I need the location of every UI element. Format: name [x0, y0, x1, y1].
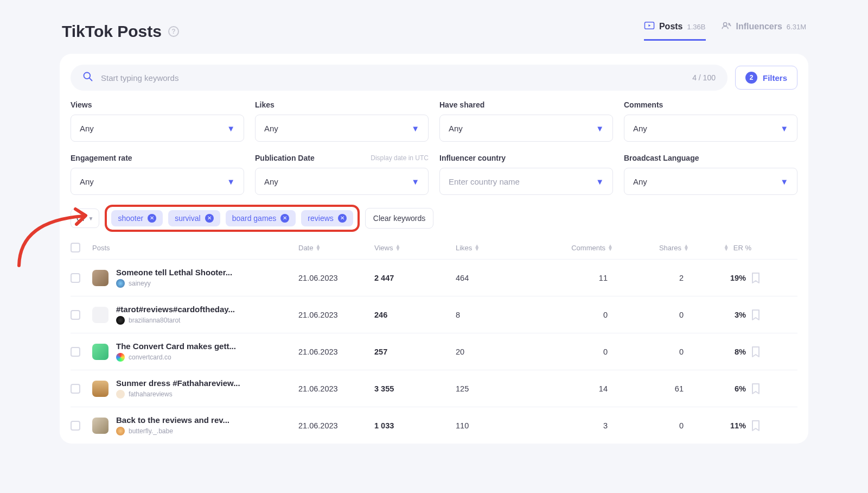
search-counter: 4 / 100 [692, 73, 716, 82]
chip-remove-icon[interactable]: ✕ [280, 214, 289, 223]
cell-date: 21.06.2023 [298, 384, 374, 393]
chip-label: board games [232, 214, 277, 223]
filter-select-engagement rate[interactable]: Any ▼ [71, 168, 244, 195]
filter-label: Likes [255, 100, 275, 109]
chevron-down-icon: ▼ [596, 124, 604, 133]
cell-er: 11% [689, 421, 751, 430]
clear-keywords-button[interactable]: Clear keywords [365, 208, 433, 229]
filter-label: Have shared [439, 100, 484, 109]
post-title: The Convert Card makes gett... [116, 342, 236, 351]
post-cell[interactable]: Sunmer dress #Fathahareview... fathahare… [92, 378, 298, 399]
filter-label: Broadcast Language [624, 154, 699, 162]
chevron-down-icon: ▼ [411, 124, 419, 133]
table-row: #tarot#reviews#cardoftheday... brazilian… [71, 296, 797, 333]
column-shares-header[interactable]: Shares▲▼ [613, 244, 689, 252]
filter-select-likes[interactable]: Any ▼ [255, 115, 429, 142]
post-cell[interactable]: The Convert Card makes gett... convertca… [92, 342, 298, 362]
chip-remove-icon[interactable]: ✕ [338, 214, 347, 223]
filter-select-comments[interactable]: Any ▼ [624, 115, 797, 142]
post-thumbnail [92, 418, 108, 434]
post-title: Back to the reviews and rev... [116, 415, 229, 425]
cell-likes: 125 [456, 384, 537, 393]
bookmark-button[interactable] [751, 383, 760, 394]
row-checkbox[interactable] [71, 273, 80, 283]
column-posts-header[interactable]: Posts [92, 244, 298, 252]
author-name: brazilianna80tarot [129, 317, 180, 324]
table-row: Sunmer dress #Fathahareview... fathahare… [71, 370, 797, 407]
tab-influencers[interactable]: Influencers 6.31M [721, 22, 807, 41]
cell-shares: 0 [613, 421, 689, 430]
cell-date: 21.06.2023 [298, 421, 374, 430]
search-box[interactable]: 4 / 100 [71, 65, 727, 91]
filter-select-publication date[interactable]: Any ▼ [255, 168, 429, 195]
chevron-down-icon: ▼ [88, 216, 94, 222]
table-row: The Convert Card makes gett... convertca… [71, 333, 797, 370]
logic-label: Or [76, 214, 85, 223]
chip-label: reviews [308, 214, 333, 223]
chip-remove-icon[interactable]: ✕ [205, 214, 214, 223]
cell-er: 3% [689, 311, 751, 319]
tab-posts[interactable]: Posts 1.36B [644, 22, 706, 41]
post-thumbnail [92, 270, 108, 286]
chip-remove-icon[interactable]: ✕ [148, 214, 156, 223]
cell-likes: 464 [456, 274, 537, 282]
cell-date: 21.06.2023 [298, 347, 374, 356]
cell-shares: 2 [613, 274, 689, 282]
filter-value: Enter country name [449, 177, 520, 186]
keyword-chip: reviews✕ [301, 210, 353, 226]
author-name: butterfly._.babe [129, 427, 173, 435]
post-cell[interactable]: Back to the reviews and rev... butterfly… [92, 415, 298, 435]
sort-icon: ▲▼ [474, 244, 480, 251]
bookmark-button[interactable] [751, 420, 760, 431]
author-avatar [116, 279, 125, 288]
row-checkbox[interactable] [71, 421, 80, 431]
filter-select-broadcast language[interactable]: Any ▼ [624, 168, 797, 195]
column-views-header[interactable]: Views▲▼ [374, 244, 456, 252]
filter-select-views[interactable]: Any ▼ [71, 115, 244, 142]
column-likes-header[interactable]: Likes▲▼ [456, 244, 537, 252]
search-input[interactable] [101, 73, 685, 83]
author-avatar [116, 427, 125, 435]
post-title: Someone tell Lethal Shooter... [116, 268, 232, 277]
post-title: #tarot#reviews#cardoftheday... [116, 305, 235, 314]
cell-comments: 0 [537, 311, 613, 319]
table-row: Back to the reviews and rev... butterfly… [71, 407, 797, 444]
search-icon [82, 71, 93, 84]
post-cell[interactable]: #tarot#reviews#cardoftheday... brazilian… [92, 305, 298, 325]
cell-comments: 0 [537, 347, 613, 356]
column-date-header[interactable]: Date▲▼ [298, 244, 374, 252]
column-comments-header[interactable]: Comments▲▼ [537, 244, 613, 252]
row-checkbox[interactable] [71, 310, 80, 320]
bookmark-button[interactable] [751, 346, 760, 357]
post-title: Sunmer dress #Fathahareview... [116, 378, 240, 388]
help-icon[interactable]: ? [168, 26, 179, 37]
filter-value: Any [264, 177, 278, 186]
filter-select-have shared[interactable]: Any ▼ [439, 115, 613, 142]
sort-icon: ▲▼ [608, 244, 613, 251]
svg-line-3 [90, 78, 92, 81]
filter-value: Any [633, 124, 647, 133]
filter-hint: Display date in UTC [371, 154, 429, 162]
filters-button[interactable]: 2 Filters [735, 66, 797, 90]
column-er-header[interactable]: ▲▼ER % [689, 244, 751, 252]
filter-label: Views [71, 100, 92, 109]
row-checkbox[interactable] [71, 384, 80, 394]
cell-comments: 3 [537, 421, 613, 430]
keyword-logic-select[interactable]: Or ▼ [71, 208, 99, 228]
bookmark-button[interactable] [751, 273, 760, 283]
filter-value: Any [80, 177, 94, 186]
cell-shares: 61 [613, 384, 689, 393]
keyword-chip: survival✕ [168, 210, 220, 226]
filter-label: Comments [624, 100, 663, 109]
sort-icon: ▲▼ [724, 244, 729, 251]
bookmark-button[interactable] [751, 309, 760, 320]
cell-views: 257 [374, 347, 456, 356]
filter-select-influencer country[interactable]: Enter country name ▼ [439, 168, 613, 195]
cell-er: 6% [689, 384, 751, 393]
row-checkbox[interactable] [71, 347, 80, 357]
select-all-checkbox[interactable] [71, 243, 80, 252]
tab-label: Posts [659, 22, 683, 31]
tab-label: Influencers [736, 22, 782, 31]
post-cell[interactable]: Someone tell Lethal Shooter... saineyy [92, 268, 298, 288]
keyword-chip: board games✕ [226, 210, 296, 226]
